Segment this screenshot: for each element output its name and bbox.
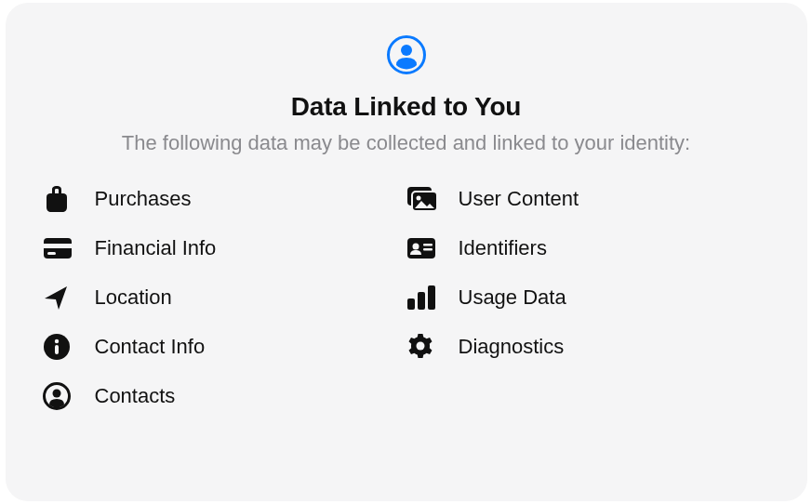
item-label: User Content [459, 187, 579, 211]
svg-rect-6 [44, 244, 72, 248]
svg-point-9 [412, 244, 419, 250]
id-card-icon [406, 234, 442, 262]
item-label: Diagnostics [459, 335, 565, 359]
svg-point-4 [416, 196, 420, 201]
item-label: Contact Info [95, 335, 206, 359]
svg-point-18 [416, 342, 424, 351]
user-content-icon [406, 185, 442, 213]
svg-rect-13 [418, 292, 425, 310]
privacy-card: Data Linked to You The following data ma… [6, 3, 807, 501]
svg-point-20 [52, 390, 60, 398]
svg-rect-17 [55, 345, 59, 354]
item-financial-info: Financial Info [43, 234, 406, 262]
item-label: Contacts [95, 384, 176, 408]
svg-rect-12 [407, 298, 415, 310]
svg-rect-14 [428, 285, 435, 310]
item-location: Location [43, 284, 406, 312]
shopping-bag-icon [43, 185, 78, 213]
item-contact-info: Contact Info [43, 333, 406, 361]
credit-card-icon [43, 234, 78, 262]
item-label: Purchases [95, 187, 192, 211]
svg-rect-11 [423, 248, 433, 251]
data-items-grid: Purchases User Content [43, 185, 770, 410]
bar-chart-icon [406, 284, 442, 312]
svg-point-1 [401, 45, 412, 56]
person-circle-icon [386, 34, 427, 75]
item-user-content: User Content [406, 185, 770, 213]
item-label: Identifiers [459, 236, 547, 260]
item-diagnostics: Diagnostics [406, 333, 770, 361]
item-purchases: Purchases [43, 185, 406, 213]
item-identifiers: Identifiers [406, 234, 770, 262]
item-label: Usage Data [459, 285, 566, 310]
svg-rect-7 [47, 252, 56, 255]
svg-point-16 [54, 339, 58, 343]
info-circle-icon [43, 333, 78, 361]
card-title: Data Linked to You [291, 92, 521, 122]
svg-rect-10 [423, 244, 433, 246]
gear-icon [406, 333, 442, 361]
item-label: Financial Info [95, 236, 217, 260]
item-usage-data: Usage Data [406, 284, 770, 312]
location-arrow-icon [43, 284, 78, 312]
card-subtitle: The following data may be collected and … [122, 131, 690, 155]
contact-circle-icon [43, 382, 78, 410]
item-contacts: Contacts [43, 382, 406, 410]
item-label: Location [95, 285, 172, 310]
